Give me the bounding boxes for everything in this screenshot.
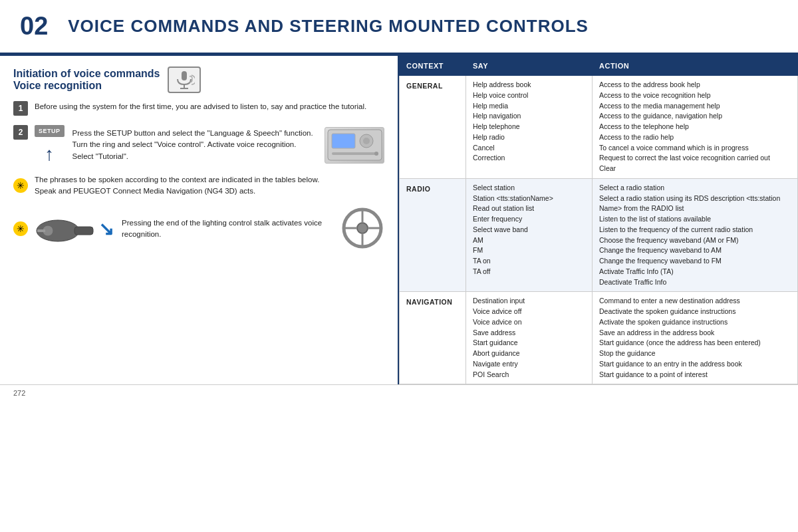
section-title-line1: Initiation of voice commands [13, 68, 160, 80]
step-2-number: 2 [13, 125, 28, 140]
step-2-content: SETUP ↑ Press the SETUP button and selec… [35, 125, 317, 165]
svg-point-6 [363, 138, 370, 144]
step-2-text: Press the SETUP button and select the "L… [72, 128, 317, 162]
svg-rect-12 [37, 229, 45, 232]
section-title: Initiation of voice commands Voice recog… [13, 66, 384, 93]
svg-rect-4 [332, 134, 355, 148]
setup-arrow-icon: ↑ [45, 144, 54, 165]
steering-wheel-illustration [341, 207, 384, 251]
note-1-text: The phrases to be spoken according to th… [35, 174, 384, 198]
note-1-block: ✳ The phrases to be spoken according to … [13, 174, 384, 198]
voice-commands-table: CONTEXT SAY ACTION GENERAL Help address … [399, 56, 798, 384]
table-row: GENERAL Help address book Help voice con… [400, 76, 798, 179]
stalk-illustration [35, 211, 94, 247]
col-header-say: SAY [466, 57, 593, 76]
setup-button-illustration: SETUP [35, 125, 65, 137]
context-general: GENERAL [400, 76, 466, 179]
note-2-block: ✳ ↘ Pressing the end of the lighting c [13, 207, 384, 251]
say-navigation: Destination input Voice advice off Voice… [466, 292, 593, 384]
svg-rect-10 [74, 227, 93, 235]
say-radio: Select station Station <tts:stationName>… [466, 178, 593, 292]
section-title-line2: Voice recognition [13, 80, 160, 92]
chapter-number: 02 [20, 12, 48, 41]
svg-point-14 [357, 223, 368, 233]
left-panel: Initiation of voice commands Voice recog… [0, 56, 399, 384]
step-1-number: 1 [13, 101, 28, 116]
svg-point-8 [374, 152, 378, 156]
page-header: 02 VOICE COMMANDS AND STEERING MOUNTED C… [0, 0, 798, 55]
main-content: Initiation of voice commands Voice recog… [0, 55, 798, 384]
svg-rect-0 [182, 71, 187, 80]
step-1-block: 1 Before using the system for the first … [13, 101, 384, 116]
context-radio: RADIO [400, 178, 466, 292]
step-2-block: 2 SETUP ↑ Press the SETUP button and sel… [13, 125, 384, 165]
action-radio: Select a radio station Select a radio st… [593, 178, 798, 292]
action-general: Access to the address book help Access t… [593, 76, 798, 179]
right-panel: CONTEXT SAY ACTION GENERAL Help address … [399, 56, 798, 384]
svg-rect-7 [332, 152, 378, 155]
table-row: RADIO Select station Station <tts:statio… [400, 178, 798, 292]
context-navigation: NAVIGATION [400, 292, 466, 384]
say-general: Help address book Help voice control Hel… [466, 76, 593, 179]
voice-recognition-icon [168, 66, 201, 93]
star-icon-2: ✳ [13, 221, 28, 236]
star-icon-1: ✳ [13, 178, 28, 193]
step-1-text: Before using the system for the first ti… [35, 101, 384, 112]
action-navigation: Command to enter a new destination addre… [593, 292, 798, 384]
page-footer: 272 [0, 384, 798, 401]
col-header-action: ACTION [593, 57, 798, 76]
chapter-title: VOICE COMMANDS AND STEERING MOUNTED CONT… [68, 16, 589, 37]
radio-illustration [325, 127, 384, 164]
table-row: NAVIGATION Destination input Voice advic… [400, 292, 798, 384]
page-number: 272 [13, 389, 25, 397]
col-header-context: CONTEXT [400, 57, 466, 76]
note-2-text: Pressing the end of the lighting control… [122, 217, 333, 241]
arrow-blue-icon: ↘ [98, 218, 114, 240]
